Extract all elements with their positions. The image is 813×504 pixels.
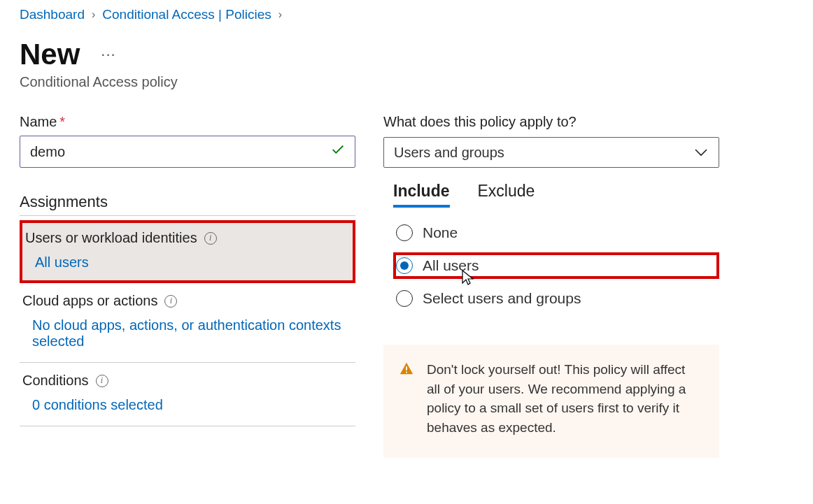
tab-exclude[interactable]: Exclude — [478, 182, 535, 208]
radio-all-users[interactable]: All users — [393, 252, 719, 279]
info-icon[interactable]: i — [96, 375, 108, 387]
radio-none-label: None — [423, 224, 458, 241]
assignment-cloud-apps[interactable]: Cloud apps or actions i No cloud apps, a… — [20, 283, 355, 363]
page-subtitle: Conditional Access policy — [20, 74, 793, 90]
radio-all-users-label: All users — [423, 257, 479, 274]
assignment-conditions[interactable]: Conditions i 0 conditions selected — [20, 363, 355, 426]
assignments-header: Assignments — [20, 193, 355, 216]
apply-to-select[interactable]: Users and groups — [383, 137, 719, 168]
radio-none[interactable]: None — [396, 224, 719, 241]
warning-callout: Don't lock yourself out! This policy wil… — [383, 345, 719, 458]
breadcrumb-dashboard[interactable]: Dashboard — [20, 7, 85, 22]
assignment-users-value: All users — [25, 254, 350, 271]
radio-icon — [396, 290, 413, 307]
more-menu-button[interactable]: ··· — [101, 45, 115, 64]
assignment-users[interactable]: Users or workload identities i All users — [20, 220, 355, 283]
assignment-cloud-title: Cloud apps or actions — [22, 293, 157, 309]
include-exclude-tabs: Include Exclude — [393, 182, 719, 208]
assignment-conditions-title: Conditions — [22, 373, 89, 389]
chevron-right-icon: › — [92, 8, 95, 21]
tab-include[interactable]: Include — [393, 182, 450, 208]
name-label: Name* — [20, 114, 355, 130]
svg-rect-0 — [406, 366, 407, 370]
warning-icon — [399, 361, 414, 437]
assignment-cloud-value: No cloud apps, actions, or authenticatio… — [22, 317, 353, 350]
page-title: New — [20, 38, 80, 71]
breadcrumb: Dashboard › Conditional Access | Policie… — [20, 7, 793, 22]
warning-text: Don't lock yourself out! This policy wil… — [427, 360, 701, 437]
breadcrumb-ca-policies[interactable]: Conditional Access | Policies — [102, 7, 271, 22]
assignment-users-title: Users or workload identities — [25, 230, 197, 246]
apply-to-value: Users and groups — [394, 145, 504, 161]
apply-to-label: What does this policy apply to? — [383, 114, 719, 130]
svg-rect-1 — [406, 372, 407, 373]
radio-icon — [396, 224, 413, 241]
chevron-down-icon — [694, 148, 708, 157]
chevron-right-icon: › — [278, 8, 282, 21]
checkmark-icon — [330, 142, 346, 161]
policy-name-input[interactable] — [20, 136, 355, 168]
radio-select-users-label: Select users and groups — [423, 290, 581, 307]
radio-select-users[interactable]: Select users and groups — [396, 290, 719, 307]
info-icon[interactable]: i — [204, 232, 217, 245]
assignment-conditions-value: 0 conditions selected — [22, 397, 353, 413]
info-icon[interactable]: i — [164, 295, 177, 308]
radio-icon — [396, 257, 413, 274]
